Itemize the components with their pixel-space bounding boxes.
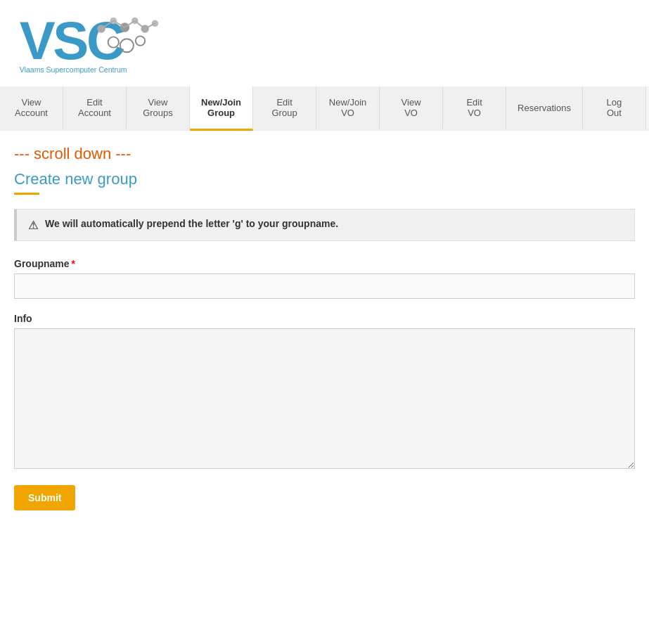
groupname-group: Groupname* <box>14 258 635 299</box>
info-group: Info <box>14 313 635 471</box>
logo-svg: V S C Vlaams Supercomputer Centrum <box>14 7 162 77</box>
groupname-required: * <box>72 258 75 269</box>
svg-point-16 <box>136 36 145 45</box>
nav-view-vo[interactable]: View VO <box>380 86 443 129</box>
nav-new-join-vo[interactable]: New/Join VO <box>316 86 380 129</box>
nav-view-groups[interactable]: View Groups <box>127 86 190 129</box>
svg-line-12 <box>135 20 145 28</box>
groupname-input[interactable] <box>14 273 635 299</box>
alert-box: ⚠ We will automatically prepend the lett… <box>14 209 635 241</box>
nav-reservations[interactable]: Reservations <box>506 86 583 129</box>
alert-icon: ⚠ <box>28 219 38 232</box>
navbar: View Account Edit Account View Groups Ne… <box>0 86 649 131</box>
nav-edit-account[interactable]: Edit Account <box>63 86 127 129</box>
submit-button[interactable]: Submit <box>14 485 75 510</box>
svg-text:C: C <box>86 11 125 70</box>
page-title: Create new group <box>14 170 635 188</box>
alert-message: We will automatically prepend the letter… <box>45 218 338 229</box>
nav-edit-group[interactable]: Edit Group <box>253 86 316 129</box>
nav-edit-vo[interactable]: Edit VO <box>443 86 506 129</box>
svg-text:Vlaams Supercomputer Centrum: Vlaams Supercomputer Centrum <box>20 65 127 74</box>
scroll-indicator: --- scroll down --- <box>0 131 649 170</box>
svg-text:S: S <box>53 11 89 70</box>
create-group-form: Groupname* Info Submit <box>14 258 635 510</box>
nav-view-account[interactable]: View Account <box>0 86 63 129</box>
title-underline <box>14 193 39 195</box>
svg-point-8 <box>152 20 159 27</box>
nav-log-out[interactable]: Log Out <box>583 86 646 129</box>
info-label: Info <box>14 313 635 324</box>
header: V S C Vlaams Supercomputer Centrum <box>0 0 649 86</box>
svg-text:V: V <box>20 11 56 70</box>
groupname-label: Groupname* <box>14 258 635 269</box>
main-content: Create new group ⚠ We will automatically… <box>0 170 649 539</box>
info-textarea[interactable] <box>14 328 635 469</box>
logo-area: V S C Vlaams Supercomputer Centrum <box>14 7 635 83</box>
nav-new-join-group[interactable]: New/Join Group <box>190 86 253 131</box>
